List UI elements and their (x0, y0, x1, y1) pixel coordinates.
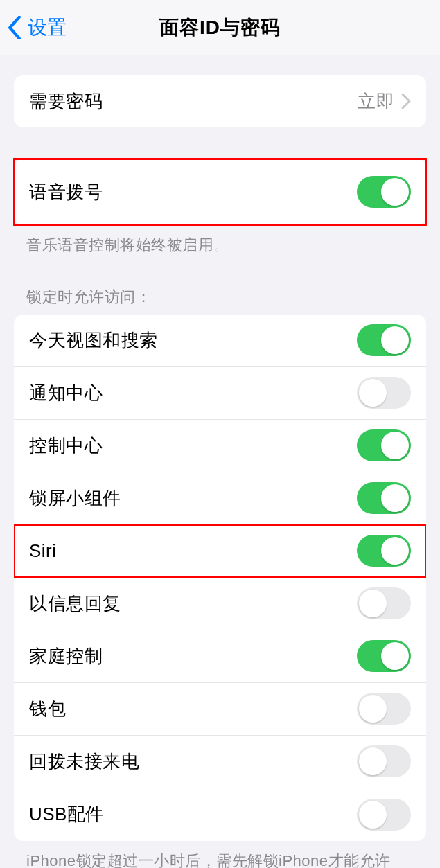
lock-access-label: 回拨未接来电 (29, 750, 357, 774)
group-lock-access: 今天视图和搜索通知中心控制中心锁屏小组件Siri以信息回复家庭控制钱包回拨未接来… (14, 315, 426, 841)
require-passcode-label: 需要密码 (29, 89, 358, 114)
lock-access-row: 家庭控制 (14, 630, 426, 683)
back-button[interactable]: 设置 (7, 15, 67, 41)
lock-access-label: 家庭控制 (29, 644, 357, 668)
siri-highlight: Siri (14, 525, 426, 578)
lock-access-toggle[interactable] (357, 377, 411, 409)
lock-access-label: 钱包 (29, 697, 357, 721)
voice-dial-footer: 音乐语音控制将始终被启用。 (14, 225, 426, 256)
lock-access-toggle[interactable] (357, 324, 411, 356)
lock-access-label: 通知中心 (29, 381, 357, 405)
lock-access-row: 锁屏小组件 (14, 472, 426, 525)
lock-access-row: 以信息回复 (14, 578, 426, 630)
lock-access-label: 锁屏小组件 (29, 486, 357, 511)
lock-access-row: 通知中心 (14, 367, 426, 420)
nav-header: 设置 面容ID与密码 (0, 0, 440, 55)
lock-access-toggle[interactable] (357, 640, 411, 672)
lock-access-label: 控制中心 (29, 434, 357, 458)
lock-access-row: 钱包 (14, 683, 426, 736)
group-voice-dial: 语音拨号 (14, 159, 426, 225)
row-voice-dial: 语音拨号 (14, 166, 426, 218)
require-passcode-value: 立即 (358, 89, 394, 114)
lock-access-toggle[interactable] (357, 482, 411, 514)
lock-access-label: USB配件 (29, 802, 357, 826)
group-require-passcode: 需要密码 立即 (14, 75, 426, 127)
voice-dial-label: 语音拨号 (29, 180, 357, 204)
lock-access-header: 锁定时允许访问： (14, 273, 426, 315)
lock-access-toggle[interactable] (357, 535, 411, 567)
lock-access-row: 控制中心 (14, 420, 426, 472)
lock-access-row: USB配件 (14, 788, 426, 841)
lock-access-toggle[interactable] (357, 587, 411, 619)
usb-footer: iPhone锁定超过一小时后，需先解锁iPhone才能允许USB配件连接。 (14, 841, 426, 868)
voice-dial-highlight: 语音拨号 (14, 159, 426, 225)
lock-access-toggle[interactable] (357, 429, 411, 461)
lock-access-toggle[interactable] (357, 693, 411, 725)
back-label: 设置 (28, 15, 67, 41)
lock-access-row: Siri (14, 525, 426, 578)
row-require-passcode[interactable]: 需要密码 立即 (14, 75, 426, 127)
lock-access-toggle[interactable] (357, 745, 411, 777)
chevron-left-icon (7, 16, 22, 39)
lock-access-label: 以信息回复 (29, 592, 357, 616)
lock-access-row: 今天视图和搜索 (14, 315, 426, 367)
lock-access-row: 回拨未接来电 (14, 736, 426, 788)
lock-access-toggle[interactable] (357, 799, 411, 831)
voice-dial-toggle[interactable] (357, 176, 411, 208)
lock-access-label: Siri (29, 540, 357, 562)
chevron-right-icon (401, 94, 411, 109)
lock-access-label: 今天视图和搜索 (29, 328, 357, 353)
